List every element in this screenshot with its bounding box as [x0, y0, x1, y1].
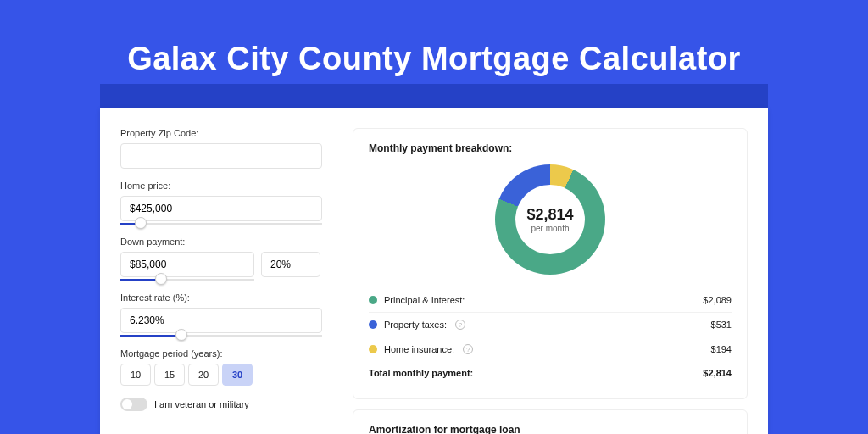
header-band [100, 84, 768, 108]
donut-value: $2,814 [526, 206, 573, 224]
form-column: Property Zip Code: Home price: Down paym… [100, 108, 339, 434]
breakdown-value: $2,089 [703, 295, 732, 305]
down-slider-thumb[interactable] [155, 273, 167, 285]
down-input[interactable] [120, 252, 254, 277]
info-icon[interactable]: ? [455, 320, 465, 330]
breakdown-label: Home insurance: [384, 344, 454, 354]
breakdown-column: Monthly payment breakdown: $2,814 per mo… [339, 108, 768, 434]
veteran-label: I am veteran or military [154, 399, 249, 409]
breakdown-row: Home insurance:?$194 [369, 337, 732, 361]
breakdown-row: Principal & Interest:$2,089 [369, 288, 732, 313]
down-slider[interactable] [120, 275, 339, 281]
rate-label: Interest rate (%): [120, 292, 339, 303]
legend-dot [369, 320, 377, 329]
price-slider-thumb[interactable] [135, 217, 147, 229]
period-label: Mortgage period (years): [120, 348, 339, 359]
donut-chart: $2,814 per month [369, 164, 732, 275]
veteran-toggle[interactable] [120, 398, 147, 411]
calculator-card: Property Zip Code: Home price: Down paym… [100, 108, 768, 434]
price-slider[interactable] [120, 220, 339, 225]
donut-sub: per month [526, 224, 573, 233]
rate-input[interactable] [120, 308, 322, 333]
price-label: Home price: [120, 181, 339, 191]
breakdown-label: Property taxes: [384, 320, 447, 330]
breakdown-value: $531 [711, 320, 732, 330]
period-30[interactable]: 30 [222, 364, 253, 386]
breakdown-value: $194 [711, 344, 732, 354]
breakdown-title: Monthly payment breakdown: [369, 142, 732, 154]
total-label: Total monthly payment: [369, 368, 473, 378]
hero: Galax City County Mortgage Calculator [0, 0, 868, 77]
legend-dot [369, 345, 377, 353]
zip-input[interactable] [120, 143, 322, 169]
down-pct-input[interactable] [261, 252, 320, 277]
rate-slider[interactable] [120, 331, 339, 337]
period-15[interactable]: 15 [154, 364, 185, 386]
down-label: Down payment: [120, 236, 339, 247]
page-title: Galax City County Mortgage Calculator [0, 41, 868, 77]
info-icon[interactable]: ? [463, 344, 473, 354]
amort-title: Amortization for mortgage loan [369, 424, 732, 434]
period-20[interactable]: 20 [188, 364, 219, 386]
breakdown-label: Principal & Interest: [384, 295, 465, 305]
price-input[interactable] [120, 196, 322, 221]
zip-label: Property Zip Code: [120, 128, 339, 138]
breakdown-row: Property taxes:?$531 [369, 313, 732, 337]
legend-dot [369, 296, 377, 304]
period-10[interactable]: 10 [120, 364, 151, 386]
rate-slider-thumb[interactable] [175, 329, 187, 341]
total-value: $2,814 [703, 368, 732, 378]
